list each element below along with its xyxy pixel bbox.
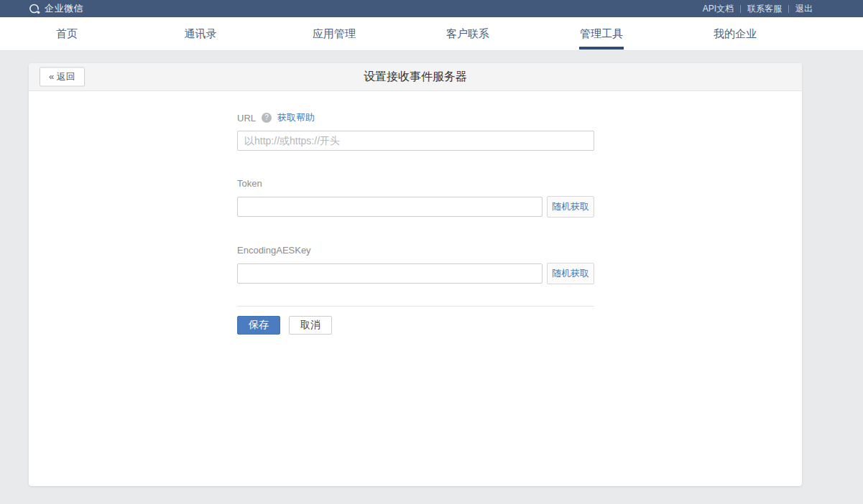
token-random-button[interactable]: 随机获取 xyxy=(547,196,594,218)
url-input[interactable] xyxy=(237,131,594,151)
event-server-form: URL ? 获取帮助 Token 随机获取 EncodingAESKey 随机获… xyxy=(237,91,594,335)
nav-item-customer-contact[interactable]: 客户联系 xyxy=(401,17,535,50)
help-icon[interactable]: ? xyxy=(262,113,272,123)
settings-panel: « 返回 设置接收事件服务器 URL ? 获取帮助 Token 随机获取 Enc… xyxy=(29,63,802,486)
nav-item-contacts[interactable]: 通讯录 xyxy=(134,17,267,50)
wework-logo-icon xyxy=(29,4,41,14)
aeskey-input[interactable] xyxy=(237,263,543,284)
nav-item-admin-tools[interactable]: 管理工具 xyxy=(535,17,668,50)
token-input-group: 随机获取 xyxy=(237,196,594,218)
topbar-link-contact-support[interactable]: 联系客服 xyxy=(747,3,782,15)
nav-item-my-company[interactable]: 我的企业 xyxy=(668,17,802,50)
cancel-button[interactable]: 取消 xyxy=(289,316,332,335)
topbar-separator xyxy=(740,5,741,13)
main-nav-inner: 首页 通讯录 应用管理 客户联系 管理工具 我的企业 xyxy=(0,17,802,50)
url-label-row: URL ? 获取帮助 xyxy=(237,111,594,124)
back-button[interactable]: « 返回 xyxy=(40,67,85,87)
nav-item-home[interactable]: 首页 xyxy=(0,17,134,50)
topbar: 企业微信 API文档 联系客服 退出 xyxy=(0,0,863,17)
topbar-links: API文档 联系客服 退出 xyxy=(703,3,863,15)
aeskey-label: EncodingAESKey xyxy=(237,245,311,256)
aeskey-label-row: EncodingAESKey xyxy=(237,243,594,256)
main-nav: 首页 通讯录 应用管理 客户联系 管理工具 我的企业 xyxy=(0,17,863,51)
aeskey-random-button[interactable]: 随机获取 xyxy=(547,263,594,284)
topbar-link-api-docs[interactable]: API文档 xyxy=(703,3,734,15)
content-area: « 返回 设置接收事件服务器 URL ? 获取帮助 Token 随机获取 Enc… xyxy=(0,51,863,486)
brand-name: 企业微信 xyxy=(45,2,83,15)
token-label: Token xyxy=(237,178,262,189)
aeskey-input-group: 随机获取 xyxy=(237,263,594,284)
form-actions: 保存 取消 xyxy=(237,316,594,335)
topbar-link-logout[interactable]: 退出 xyxy=(795,3,813,15)
token-label-row: Token xyxy=(237,177,594,190)
save-button[interactable]: 保存 xyxy=(237,316,280,335)
token-input[interactable] xyxy=(237,197,543,217)
form-divider xyxy=(237,306,594,307)
nav-item-app-management[interactable]: 应用管理 xyxy=(267,17,401,50)
page-title: 设置接收事件服务器 xyxy=(364,70,467,85)
panel-header: « 返回 设置接收事件服务器 xyxy=(29,63,802,91)
topbar-separator xyxy=(788,5,789,13)
url-label: URL xyxy=(237,113,256,123)
get-help-link[interactable]: 获取帮助 xyxy=(277,111,315,124)
brand: 企业微信 xyxy=(0,2,83,15)
